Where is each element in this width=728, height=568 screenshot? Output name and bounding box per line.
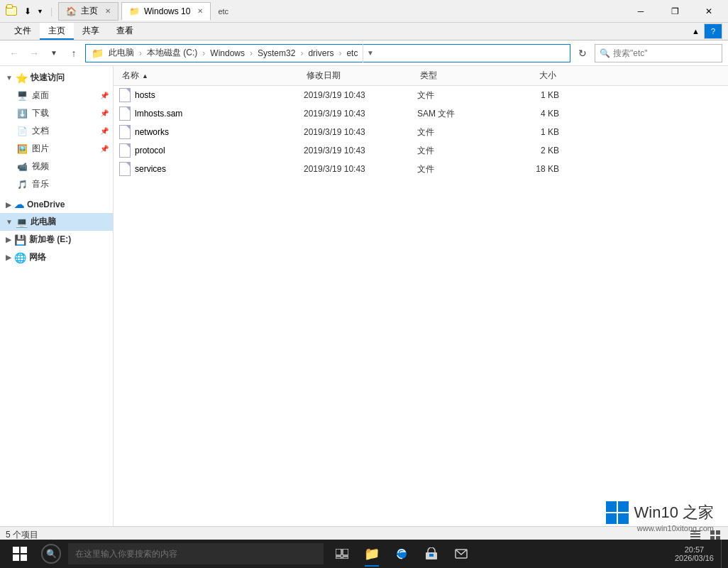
search-bar[interactable]: 🔍 bbox=[595, 44, 722, 62]
tab-home-close[interactable]: ✕ bbox=[105, 7, 111, 15]
cortana-button[interactable]: 🔍 bbox=[41, 544, 61, 564]
taskbar-search-box[interactable] bbox=[68, 543, 324, 564]
taskbar-mail[interactable] bbox=[447, 540, 475, 568]
taskbar-edge[interactable] bbox=[387, 540, 416, 568]
breadcrumb-windows[interactable]: Windows bbox=[208, 47, 247, 60]
sidebar-onedrive-header[interactable]: ▶ ☁ OneDrive bbox=[0, 196, 113, 213]
new-folder-quick-btn[interactable] bbox=[3, 4, 20, 19]
svg-rect-8 bbox=[336, 549, 341, 555]
sidebar-item-videos[interactable]: 📹 视频 bbox=[0, 158, 113, 175]
file-rows-container: hosts 2019/3/19 10:43 文件 1 KB lmhosts.sa… bbox=[114, 86, 728, 178]
name-sort-arrow: ▲ bbox=[142, 72, 148, 80]
search-icon: 🔍 bbox=[600, 48, 610, 58]
table-row[interactable]: networks 2019/3/19 10:43 文件 1 KB bbox=[114, 123, 728, 141]
file-date: 2019/3/19 10:43 bbox=[304, 164, 417, 174]
close-button[interactable]: ✕ bbox=[693, 0, 725, 23]
start-icon bbox=[13, 547, 27, 561]
svg-rect-2 bbox=[690, 536, 700, 537]
task-view-button[interactable] bbox=[328, 540, 356, 568]
tab-win10[interactable]: 📁 Windows 10 ✕ bbox=[121, 2, 211, 21]
breadcrumb-drivers[interactable]: drivers bbox=[306, 47, 336, 60]
sidebar-item-desktop[interactable]: 🖥️ 桌面 📌 bbox=[0, 87, 113, 104]
quick-access-dropdown[interactable]: ▼ bbox=[35, 4, 45, 19]
properties-quick-btn[interactable]: ⬇ bbox=[21, 4, 34, 19]
sidebar-item-music[interactable]: 🎵 音乐 bbox=[0, 175, 113, 193]
taskbar-search-input[interactable] bbox=[75, 549, 316, 559]
table-row[interactable]: protocol 2019/3/19 10:43 文件 2 KB bbox=[114, 141, 728, 160]
file-name: lmhosts.sam bbox=[135, 109, 182, 119]
breadcrumb-c-drive[interactable]: 本地磁盘 (C:) bbox=[145, 45, 199, 60]
table-row[interactable]: hosts 2019/3/19 10:43 文件 1 KB bbox=[114, 86, 728, 104]
table-row[interactable]: services 2019/3/19 10:43 文件 18 KB bbox=[114, 160, 728, 178]
this-pc-chevron: ▼ bbox=[6, 218, 13, 226]
ribbon-tab-view[interactable]: 查看 bbox=[108, 23, 142, 40]
sidebar-new-volume-header[interactable]: ▶ 💾 新加卷 (E:) bbox=[0, 231, 113, 248]
clock-date: 2026/03/16 bbox=[675, 554, 714, 562]
address-bar-row: ← → ▼ ↑ 📁 此电脑 › 本地磁盘 (C:) › Windows › Sy… bbox=[0, 40, 728, 66]
col-header-type[interactable]: 类型 bbox=[417, 66, 502, 85]
address-dropdown-btn[interactable]: ▼ bbox=[363, 44, 377, 62]
file-size: 18 KB bbox=[502, 164, 559, 174]
sidebar-network-header[interactable]: ▶ 🌐 网络 bbox=[0, 248, 113, 266]
desktop-icon: 🖥️ bbox=[17, 91, 28, 101]
col-header-name[interactable]: 名称 ▲ bbox=[119, 66, 304, 85]
file-size: 1 KB bbox=[502, 127, 559, 137]
tab-win10-label: Windows 10 bbox=[144, 6, 190, 16]
ribbon-tab-share[interactable]: 共享 bbox=[74, 23, 108, 40]
address-bar[interactable]: 📁 此电脑 › 本地磁盘 (C:) › Windows › System32 ›… bbox=[85, 44, 570, 62]
svg-rect-13 bbox=[429, 554, 434, 557]
sidebar-item-downloads[interactable]: ⬇️ 下载 📌 bbox=[0, 104, 113, 122]
videos-icon: 📹 bbox=[17, 162, 28, 172]
search-input[interactable] bbox=[613, 48, 719, 58]
file-type: 文件 bbox=[417, 163, 502, 175]
refresh-button[interactable]: ↻ bbox=[573, 44, 592, 62]
windows-logo-icon bbox=[606, 501, 629, 524]
taskbar: 🔍 📁 bbox=[0, 540, 728, 568]
help-button[interactable]: ? bbox=[704, 23, 722, 39]
forward-button[interactable]: → bbox=[26, 45, 43, 62]
sidebar-item-documents[interactable]: 📄 文档 📌 bbox=[0, 122, 113, 140]
win10-logo: Win10 之家 bbox=[606, 501, 714, 524]
folder-path-label: etc bbox=[218, 7, 228, 16]
svg-rect-9 bbox=[343, 549, 348, 555]
ribbon-tab-home[interactable]: 主页 bbox=[40, 23, 74, 40]
start-button[interactable] bbox=[3, 540, 37, 568]
breadcrumb-system32[interactable]: System32 bbox=[255, 47, 297, 60]
taskbar-file-explorer[interactable]: 📁 bbox=[358, 540, 386, 568]
restore-button[interactable]: ❐ bbox=[658, 0, 691, 23]
network-chevron: ▶ bbox=[6, 253, 11, 261]
taskbar-store[interactable] bbox=[417, 540, 446, 568]
svg-rect-5 bbox=[716, 530, 720, 535]
file-date: 2019/3/19 10:43 bbox=[304, 127, 417, 137]
network-icon: 🌐 bbox=[14, 252, 26, 263]
music-icon: 🎵 bbox=[17, 180, 28, 190]
sidebar-quick-access-header[interactable]: ▼ ⭐ 快速访问 bbox=[0, 69, 113, 87]
window-controls: ─ ❐ ✕ bbox=[624, 0, 725, 23]
up-button[interactable]: ↑ bbox=[65, 45, 82, 62]
breadcrumb-etc[interactable]: etc bbox=[344, 47, 360, 60]
ribbon-collapse-btn[interactable]: ▲ bbox=[688, 26, 704, 37]
win10-title: Win10 之家 bbox=[634, 502, 714, 523]
quick-access-label: 快速访问 bbox=[31, 72, 65, 84]
show-desktop-button[interactable] bbox=[721, 540, 725, 568]
table-row[interactable]: lmhosts.sam 2019/3/19 10:43 SAM 文件 4 KB bbox=[114, 104, 728, 123]
col-header-date[interactable]: 修改日期 bbox=[304, 66, 417, 85]
tab-home[interactable]: 🏠 主页 ✕ bbox=[58, 2, 118, 21]
col-header-size[interactable]: 大小 bbox=[502, 66, 559, 85]
file-size: 2 KB bbox=[502, 146, 559, 155]
tab-home-icon: 🏠 bbox=[66, 6, 77, 16]
breadcrumb-this-pc[interactable]: 此电脑 bbox=[106, 45, 136, 60]
recent-locations-button[interactable]: ▼ bbox=[45, 45, 62, 62]
sidebar-this-pc-header[interactable]: ▼ 💻 此电脑 bbox=[0, 213, 113, 231]
taskbar-clock[interactable]: 20:57 2026/03/16 bbox=[669, 540, 719, 568]
sidebar-item-pictures[interactable]: 🖼️ 图片 📌 bbox=[0, 140, 113, 158]
file-date: 2019/3/19 10:43 bbox=[304, 146, 417, 155]
back-button[interactable]: ← bbox=[6, 45, 23, 62]
folder-icon: 📁 bbox=[92, 48, 104, 59]
minimize-button[interactable]: ─ bbox=[624, 0, 657, 23]
pictures-icon: 🖼️ bbox=[17, 144, 28, 154]
file-date: 2019/3/19 10:43 bbox=[304, 109, 417, 119]
ribbon-tab-file[interactable]: 文件 bbox=[6, 23, 40, 40]
tab-win10-close[interactable]: ✕ bbox=[197, 7, 203, 15]
file-date: 2019/3/19 10:43 bbox=[304, 90, 417, 100]
